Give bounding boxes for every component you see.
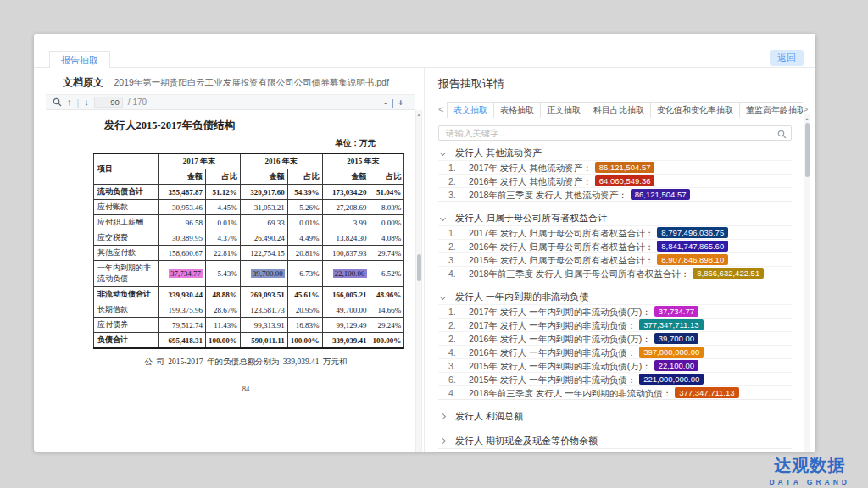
extraction-list: 发行人 其他流动资产 1.2017年 发行人 其他流动资产：86,121,504… [438,145,792,449]
tab-report-extraction[interactable]: 报告抽取 [49,51,110,69]
section-title: 发行人 归属于母公司所有者权益合计 [455,213,607,223]
extraction-item: 3.2018年前三季度 发行人 其他流动资产：86,121,504.57 [438,187,792,201]
section-title: 发行人 其他流动资产 [455,147,542,158]
pdf-table-title: 发行人2015-2017年负债结构 [46,119,293,133]
extraction-section: 发行人 其他流动资产 1.2017年 发行人 其他流动资产：86,121,504… [438,145,792,202]
section-header-other-current-assets[interactable]: 发行人 其他流动资产 [438,145,792,160]
extracted-value-badge[interactable]: 86,121,504.57 [595,162,655,173]
datagrand-logo: 达观数据 DATA GRAND [769,454,850,486]
pdf-paragraph: 公 司 2015-2017 年的负债总额分别为 339,039.41 万元和 [93,357,398,368]
extracted-value-badge[interactable]: 221,000,000.00 [639,374,704,385]
extraction-item: 4.2018年前三季度 发行人 归属于母公司所有者权益合计：8,866,632,… [438,266,792,280]
highlight-purple[interactable]: 22,100.00 [333,269,367,278]
search-icon[interactable] [777,127,787,136]
table-row: 应付债券 79,512.74 11.43% 99,313.91 16.83% 9… [94,318,404,333]
magnifier-icon[interactable] [53,97,62,107]
tabs-prev-icon[interactable]: < [438,104,447,114]
extraction-section-collapsed: 发行人 利润总额 [438,408,792,424]
col-header-2017: 2017 年末 [159,153,241,169]
extraction-item: 1.2017年 发行人 归属于母公司所有者权益合计：8,797,496,036.… [438,225,792,239]
tab-account-ratio-extract[interactable]: 科目占比抽取 [587,102,651,118]
chevron-down-icon [440,150,446,156]
tab-body-text-extract[interactable]: 正文抽取 [540,102,587,118]
table-row: 其他应付款 158,600.67 22.81% 122,754.15 20.81… [94,246,404,261]
extraction-item: 1.2017年 发行人 其他流动资产：86,121,504.57 [438,160,792,174]
page-total-label: / 170 [128,97,147,107]
pdf-scrollbar-thumb[interactable] [417,254,421,281]
section-title: 发行人 利润总额 [455,411,523,421]
tab-table-extract[interactable]: 表格抽取 [493,102,541,118]
extraction-section: 发行人 归属于母公司所有者权益合计 1.2017年 发行人 归属于母公司所有者权… [438,210,792,280]
pdf-panel: 文档原文 2019年第一期贵阳白云工业发展投资有限公司公司债券募集说明书.pdf… [46,68,415,452]
doc-source-label: 文档原文 [63,76,103,88]
document-header: 文档原文 2019年第一期贵阳白云工业发展投资有限公司公司债券募集说明书.pdf [46,68,415,95]
zoom-out-button[interactable]: - [384,97,387,108]
scroll-up-icon[interactable]: ▲ [416,112,421,117]
tab-executives-age-extract[interactable]: 董监高年龄抽取 [739,102,803,118]
section-header-total-profit[interactable]: 发行人 利润总额 [438,408,792,424]
extracted-value-badge[interactable]: 86,121,504.57 [631,189,691,200]
section-title: 发行人 期初现金及现金等价物余额 [455,435,598,446]
table-row-highlighted: 一年内到期的非流动负债 37,734.77 5.43% 39,700.00 6.… [94,261,404,287]
zoom-in-button[interactable]: + [398,97,403,108]
extracted-value-badge[interactable]: 37,734.77 [654,306,698,317]
chevron-down-icon [440,215,446,221]
highlight-blue[interactable]: 39,700.00 [251,269,285,278]
page-up-icon[interactable]: ↑ [67,97,72,107]
chevron-right-icon [440,438,446,444]
top-tab-bar: 报告抽取 返回 [34,34,815,68]
sub-header-ratio: 占比 [287,169,322,185]
section-header-parent-equity[interactable]: 发行人 归属于母公司所有者权益合计 [438,210,792,225]
back-button[interactable]: 返回 [770,50,804,66]
pdf-toolbar: ↑ | ↓ / 170 - | + [46,95,415,110]
tabs-next-icon[interactable]: > [803,104,811,114]
extraction-item: 2.2016年 发行人 归属于母公司所有者权益合计：8,841,747,865.… [438,239,792,252]
pdf-unit-label: 单位：万元 [46,138,376,149]
table-row: 应交税费 30,389.95 4.37% 26,490.24 4.49% 13,… [94,230,404,246]
extracted-value-badge[interactable]: 64,060,549.36 [595,175,655,186]
zoom-divider: | [392,97,394,108]
desktop-background: 报告抽取 返回 文档原文 2019年第一期贵阳白云工业发展投资有限公司公司债券募… [0,0,868,488]
panel-title: 报告抽取详情 [438,76,792,92]
extraction-item: 1.2017年 发行人 一年内到期的非流动负债(万)：37,734.77 [438,304,792,318]
list-scrollbar[interactable]: ▲ [804,114,810,452]
table-row: 非流动负债合计 339,930.44 48.88% 269,093.51 45.… [94,287,404,302]
section-header-noncurrent-liabilities-due[interactable]: 发行人 一年内到期的非流动负债 [438,289,792,304]
pdf-scrollbar[interactable]: ▲ [415,110,422,452]
extracted-value-badge[interactable]: 8,797,496,036.75 [657,227,728,238]
section-title: 发行人 一年内到期的非流动负债 [455,291,588,302]
table-row: 长期借款 199,375.96 28.67% 123,581.73 20.95%… [94,302,404,318]
sub-header-amount: 金额 [240,169,287,185]
extraction-item: 4.2016年 发行人 一年内到期的非流动负债：397,000,000.00 [438,345,792,358]
extracted-value-badge[interactable]: 397,000,000.00 [639,347,704,358]
table-row: 流动负债合计 355,487.87 51.12% 320,917.60 54.3… [94,185,404,200]
extracted-value-badge[interactable]: 377,347,711.13 [675,387,738,398]
extracted-value-badge[interactable]: 8,841,747,865.60 [657,241,728,252]
extraction-item: 3.2015年 发行人 一年内到期的非流动负债(万)：22,100.00 [438,358,792,372]
sub-header-ratio: 占比 [370,169,404,185]
extracted-value-badge[interactable]: 8,866,632,422.51 [693,268,764,279]
highlight-pink[interactable]: 37,734.77 [169,269,203,278]
sub-header-amount: 金额 [159,169,206,185]
list-scrollbar-thumb[interactable] [805,123,810,177]
scroll-up-icon[interactable]: ▲ [804,116,810,121]
tab-change-value-rate-extract[interactable]: 变化值和变化率抽取 [650,102,740,118]
extraction-tab-bar: < 表文抽取表格抽取正文抽取科目占比抽取变化值和变化率抽取董监高年龄抽取变动趋势… [438,101,792,118]
pdf-page: 发行人2015-2017年负债结构 单位：万元 项目 2017 年末 2016 … [46,110,415,452]
col-header-item: 项目 [94,153,159,185]
extraction-item: 6.2015年 发行人 一年内到期的非流动负债：221,000,000.00 [438,372,792,385]
keyword-search-input[interactable] [438,125,792,141]
toolbar-divider: | [77,97,80,108]
extracted-value-badge[interactable]: 8,907,846,898.10 [657,254,728,265]
search-bar [438,125,792,140]
page-down-icon[interactable]: ↓ [84,97,89,107]
section-header-beginning-cash[interactable]: 发行人 期初现金及现金等价物余额 [438,433,792,448]
page-number-input[interactable] [94,97,123,108]
extracted-value-badge[interactable]: 39,700.00 [654,333,698,344]
extraction-section-collapsed: 发行人 期初现金及现金等价物余额 [438,433,792,449]
liability-structure-table: 项目 2017 年末 2016 年末 2015 年末 金额 占比 金额 占比 金… [93,152,404,349]
extracted-value-badge[interactable]: 22,100.00 [654,360,698,371]
tab-table-text-extract[interactable]: 表文抽取 [447,102,494,118]
col-header-2016: 2016 年末 [240,153,322,169]
extracted-value-badge[interactable]: 377,347,711.13 [639,319,703,330]
